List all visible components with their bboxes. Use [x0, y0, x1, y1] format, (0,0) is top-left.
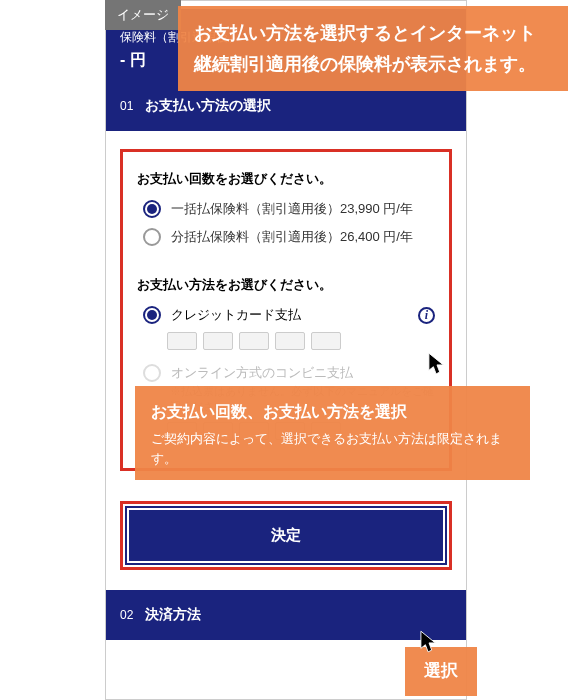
radio-icon: [143, 200, 161, 218]
section-01-no: 01: [120, 99, 133, 113]
callout-select: 選択: [405, 647, 477, 696]
amex-logo: [275, 332, 305, 350]
submit-button[interactable]: 決定: [127, 508, 445, 563]
jcb-logo: [239, 332, 269, 350]
frequency-option-lump[interactable]: 一括払保険料（割引適用後）23,990 円/年: [143, 200, 435, 218]
section-02-header: 02 決済方法: [106, 590, 466, 640]
frequency-option-label: 一括払保険料（割引適用後）23,990 円/年: [171, 200, 413, 218]
method-option-label: オンライン方式のコンビニ支払: [171, 364, 353, 382]
diners-logo: [311, 332, 341, 350]
section-02-no: 02: [120, 608, 133, 622]
image-tab: イメージ: [105, 0, 181, 30]
callout-sub: ご契約内容によって、選択できるお支払い方法は限定されます。: [151, 429, 514, 468]
method-option-credit[interactable]: クレジットカード支払: [143, 306, 301, 324]
mastercard-logo: [203, 332, 233, 350]
frequency-label: お支払い回数をお選びください。: [137, 170, 435, 188]
method-option-convenience[interactable]: オンライン方式のコンビニ支払: [143, 364, 435, 382]
frequency-option-split[interactable]: 分括払保険料（割引適用後）26,400 円/年: [143, 228, 435, 246]
cursor-icon: [420, 630, 438, 658]
submit-highlight: 決定: [120, 501, 452, 570]
callout-premium-explain: お支払い方法を選択するとインターネット継続割引適用後の保険料が表示されます。: [178, 6, 568, 91]
callout-method-explain: お支払い回数、お支払い方法を選択 ご契約内容によって、選択できるお支払い方法は限…: [135, 386, 530, 480]
frequency-option-label: 分括払保険料（割引適用後）26,400 円/年: [171, 228, 413, 246]
visa-logo: [167, 332, 197, 350]
radio-icon: [143, 364, 161, 382]
method-option-label: クレジットカード支払: [171, 306, 301, 324]
credit-card-logos: [167, 332, 435, 350]
callout-main: お支払い回数、お支払い方法を選択: [151, 403, 407, 420]
radio-icon: [143, 228, 161, 246]
info-icon[interactable]: i: [418, 307, 435, 324]
section-02-title: 決済方法: [145, 606, 201, 624]
method-label: お支払い方法をお選びください。: [137, 276, 435, 294]
section-01-title: お支払い方法の選択: [145, 97, 271, 115]
cursor-icon: [428, 352, 446, 380]
app-frame: 保険料（割引適用後） - 円 01 お支払い方法の選択 お支払い回数をお選びくだ…: [105, 0, 467, 700]
radio-icon: [143, 306, 161, 324]
